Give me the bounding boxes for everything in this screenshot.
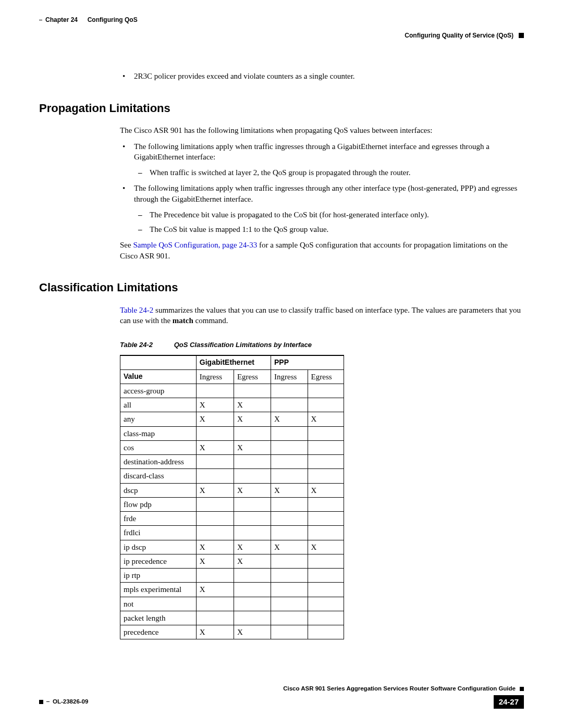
chapter-label: Chapter 24 — [45, 16, 78, 24]
table-row: frdlci — [120, 526, 344, 540]
cell-value: access-group — [120, 384, 197, 398]
cell — [234, 611, 271, 625]
cell: X — [234, 540, 271, 554]
cell-value: any — [120, 412, 197, 426]
cell — [196, 512, 234, 526]
page-footer: Cisco ASR 901 Series Aggregation Service… — [39, 685, 524, 709]
cell: X — [271, 412, 308, 426]
table-row: cosXX — [120, 440, 344, 454]
table-row: ip rtp — [120, 569, 344, 583]
page-number-badge: 24-27 — [494, 695, 524, 709]
cell — [308, 597, 344, 611]
cell — [196, 384, 234, 398]
cell — [271, 625, 308, 639]
cell — [271, 440, 308, 454]
cell: X — [234, 554, 271, 568]
cell: X — [196, 554, 234, 568]
table-row: not — [120, 597, 344, 611]
cell — [234, 497, 271, 511]
cell — [271, 455, 308, 469]
cell — [271, 597, 308, 611]
cell: X — [196, 583, 234, 597]
cell — [271, 512, 308, 526]
sub-header: Ingress — [271, 369, 308, 384]
list-item: The Precedence bit value is propagated t… — [150, 209, 524, 220]
body-text: Table 24-2 summarizes the values that yo… — [39, 305, 524, 326]
footer-guide-title: Cisco ASR 901 Series Aggregation Service… — [39, 685, 516, 693]
cell: X — [196, 398, 234, 412]
table-row: flow pdp — [120, 497, 344, 511]
table-caption: Table 24-2 QoS Classification Limitation… — [120, 340, 524, 350]
list-item: 2R3C policer provides exceed and violate… — [134, 71, 524, 81]
cell — [308, 469, 344, 483]
cell — [308, 440, 344, 454]
cell — [234, 469, 271, 483]
table-row: packet length — [120, 611, 344, 625]
cell — [271, 469, 308, 483]
cell-value: all — [120, 398, 197, 412]
table-row: discard-class — [120, 469, 344, 483]
cell — [196, 526, 234, 540]
cell — [308, 625, 344, 639]
table-row: ip dscpXXXX — [120, 540, 344, 554]
table-row: frde — [120, 512, 344, 526]
cell — [234, 512, 271, 526]
cell-value: mpls experimental — [120, 583, 197, 597]
cell-value: frde — [120, 512, 197, 526]
cell-value: precedence — [120, 625, 197, 639]
cell — [271, 583, 308, 597]
qos-classification-table: GigabitEthernet PPP Value Ingress Egress… — [120, 355, 344, 640]
chapter-title: Configuring QoS — [88, 16, 138, 24]
cell — [271, 426, 308, 440]
cell — [308, 398, 344, 412]
heading-classification-limitations: Classification Limitations — [39, 280, 524, 295]
cell: X — [234, 483, 271, 497]
cell-value: discard-class — [120, 469, 197, 483]
cell — [271, 611, 308, 625]
cell-value: ip precedence — [120, 554, 197, 568]
cell-value: class-map — [120, 426, 197, 440]
cell — [308, 569, 344, 583]
cell — [308, 455, 344, 469]
table-row: ip precedenceXX — [120, 554, 344, 568]
cell-value: cos — [120, 440, 197, 454]
cell — [234, 569, 271, 583]
page-header: Chapter 24 Configuring QoS Configuring Q… — [39, 16, 524, 40]
cell: X — [196, 540, 234, 554]
cell — [271, 497, 308, 511]
sub-header: Egress — [308, 369, 344, 384]
cell: X — [196, 483, 234, 497]
row-header-value: Value — [120, 369, 197, 384]
xref-table-24-2[interactable]: Table 24-2 — [120, 306, 153, 314]
cell — [234, 526, 271, 540]
footer-square-icon — [39, 700, 43, 704]
col-header-ge: GigabitEthernet — [196, 355, 271, 370]
section-title: Configuring Quality of Service (QoS) — [405, 31, 513, 40]
cell-value: flow pdp — [120, 497, 197, 511]
heading-propagation-limitations: Propagation Limitations — [39, 101, 524, 116]
cell: X — [308, 483, 344, 497]
cell — [196, 597, 234, 611]
cell — [234, 583, 271, 597]
cell: X — [196, 625, 234, 639]
footer-square-icon — [520, 687, 524, 691]
list-item: The following limitations apply when tra… — [134, 183, 524, 235]
cell — [196, 455, 234, 469]
xref-sample-qos-config[interactable]: Sample QoS Configuration, page 24-33 — [133, 241, 257, 249]
footer-doc-id: OL-23826-09 — [53, 698, 88, 706]
cell: X — [196, 412, 234, 426]
list-item: The CoS bit value is mapped 1:1 to the Q… — [150, 224, 524, 235]
cell: X — [308, 412, 344, 426]
cell-value: destination-address — [120, 455, 197, 469]
cell — [196, 569, 234, 583]
cell — [308, 554, 344, 568]
col-header-ppp: PPP — [271, 355, 344, 370]
cell: X — [234, 412, 271, 426]
cell: X — [271, 483, 308, 497]
cell-value: not — [120, 597, 197, 611]
cell-value: ip rtp — [120, 569, 197, 583]
cell — [271, 384, 308, 398]
cell — [308, 526, 344, 540]
table-row: anyXXXX — [120, 412, 344, 426]
cell — [234, 384, 271, 398]
